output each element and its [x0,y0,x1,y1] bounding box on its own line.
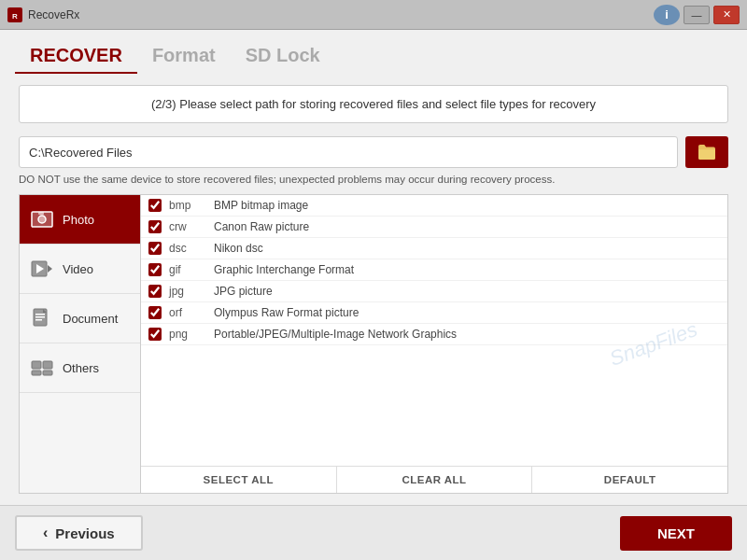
previous-label: Previous [55,525,114,541]
select-all-button[interactable]: SELECT ALL [141,467,337,493]
category-others[interactable]: Others [20,343,140,393]
tab-format[interactable]: Format [137,39,231,74]
previous-button[interactable]: ‹ Previous [15,515,143,551]
table-row: dscNikon dsc [141,238,727,259]
video-icon [29,256,55,282]
bottom-nav: ‹ Previous NEXT [0,505,747,560]
svg-point-3 [38,216,46,223]
category-document-label: Document [63,312,118,326]
svg-rect-10 [35,316,45,318]
step-instruction: (2/3) Please select path for storing rec… [19,85,728,123]
tab-recover[interactable]: RECOVER [15,39,137,74]
category-video-label: Video [63,262,93,276]
browse-folder-button[interactable] [685,136,728,168]
svg-rect-13 [32,361,41,369]
file-ext: crw [169,220,206,233]
warning-text: DO NOT use the same device to store reco… [19,174,728,185]
table-row: crwCanon Raw picture [141,217,727,238]
chevron-left-icon: ‹ [43,525,48,541]
file-ext: png [169,328,206,341]
category-sidebar: Photo Video [20,195,141,493]
svg-rect-15 [32,371,41,375]
minimize-button[interactable]: — [684,6,710,24]
file-desc: BMP bitmap image [214,199,720,212]
close-button[interactable]: ✕ [713,6,740,24]
file-desc: Nikon dsc [214,242,720,255]
app-logo: R [7,7,22,22]
category-video[interactable]: Video [20,245,140,294]
file-desc: Olympus Raw Format picture [214,306,720,319]
clear-all-button[interactable]: CLEAR ALL [337,467,533,493]
table-row: bmpBMP bitmap image [141,195,727,217]
file-type-checkbox[interactable] [148,220,162,233]
photo-icon [29,206,55,232]
app-nav: RECOVER Format SD Lock [0,30,747,74]
file-list-scroll[interactable]: bmpBMP bitmap imagecrwCanon Raw pictured… [141,195,727,466]
filetype-panel: Photo Video [19,194,728,494]
file-list-area: SnapFiles bmpBMP bitmap imagecrwCanon Ra… [141,195,727,493]
table-row: gifGraphic Interchange Format [141,259,727,281]
info-button[interactable]: i [654,5,680,25]
file-type-checkbox[interactable] [148,263,162,276]
svg-rect-16 [43,371,52,375]
svg-rect-11 [35,319,42,321]
file-desc: Graphic Interchange Format [214,263,720,276]
folder-icon [697,144,717,161]
title-bar-left: R RecoveRx [7,7,79,22]
path-row [19,136,728,168]
table-row: jpgJPG picture [141,281,727,302]
title-bar: R RecoveRx i — ✕ [0,0,747,30]
path-input[interactable] [19,136,678,168]
category-document[interactable]: Document [20,294,140,343]
file-ext: gif [169,263,206,276]
svg-rect-14 [43,361,52,369]
category-others-label: Others [63,361,99,375]
file-desc: Portable/JPEG/Multiple-Image Network Gra… [214,328,720,341]
action-buttons-row: SELECT ALL CLEAR ALL DEFAULT [141,466,727,493]
document-icon [29,305,55,331]
category-photo[interactable]: Photo [20,195,140,245]
app-title: RecoveRx [28,8,79,21]
main-window: RECOVER Format SD Lock (2/3) Please sele… [0,30,747,560]
tab-sdlock[interactable]: SD Lock [231,39,335,74]
svg-rect-9 [35,314,45,315]
svg-rect-4 [38,212,44,215]
svg-marker-6 [48,265,52,273]
file-type-checkbox[interactable] [148,328,162,341]
next-label: NEXT [657,525,695,541]
table-row: pngPortable/JPEG/Multiple-Image Network … [141,324,727,345]
default-button[interactable]: DEFAULT [532,467,727,493]
step-text: (2/3) Please select path for storing rec… [151,97,596,111]
svg-text:R: R [12,12,18,20]
table-row: orfOlympus Raw Format picture [141,302,727,324]
file-type-checkbox[interactable] [148,306,162,319]
others-icon [29,355,55,381]
content-area: (2/3) Please select path for storing rec… [0,74,747,505]
file-desc: JPG picture [214,285,720,298]
file-ext: dsc [169,242,206,255]
category-photo-label: Photo [63,213,94,227]
file-desc: Canon Raw picture [214,220,720,233]
file-type-checkbox[interactable] [148,242,162,255]
file-ext: orf [169,306,206,319]
next-button[interactable]: NEXT [620,516,732,551]
title-bar-controls: i — ✕ [654,5,740,25]
file-type-checkbox[interactable] [148,199,162,212]
file-type-checkbox[interactable] [148,285,162,298]
file-ext: bmp [169,199,206,212]
file-ext: jpg [169,285,206,298]
